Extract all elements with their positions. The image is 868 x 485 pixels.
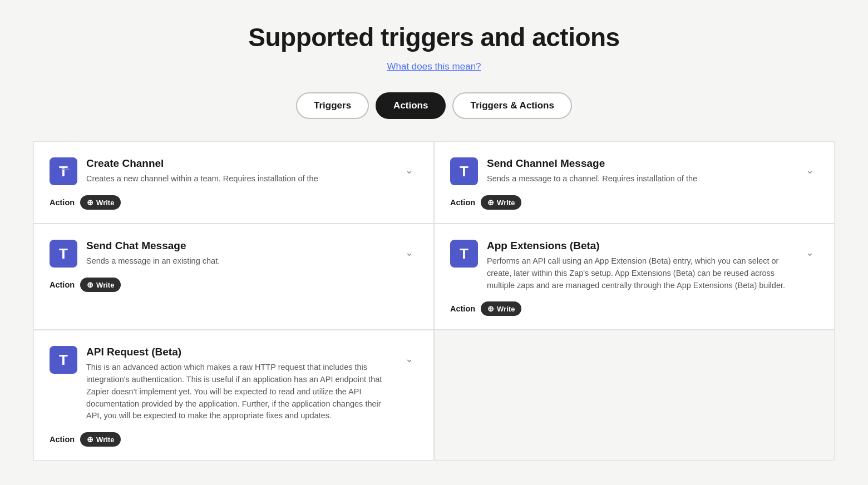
- write-badge: ⊕ Write: [80, 432, 121, 447]
- badge-label: Write: [96, 435, 114, 444]
- tabs-row: Triggers Actions Triggers & Actions: [33, 92, 835, 119]
- card-content: Create Channel Creates a new channel wit…: [86, 157, 392, 185]
- card-title: Send Chat Message: [86, 240, 392, 252]
- teams-icon: T: [50, 157, 77, 185]
- teams-icon: T: [50, 346, 77, 374]
- footer-label: Action: [50, 435, 75, 444]
- svg-text:T: T: [59, 163, 68, 180]
- write-badge: ⊕ Write: [481, 195, 521, 210]
- card-header: T App Extensions (Beta) Performs an API …: [435, 224, 834, 301]
- svg-text:T: T: [59, 245, 68, 262]
- chevron-down-icon[interactable]: ⌄: [801, 160, 818, 181]
- plus-circle-icon: ⊕: [87, 280, 93, 289]
- card-title: Create Channel: [86, 157, 392, 170]
- footer-label: Action: [450, 304, 475, 313]
- card-header: T API Request (Beta) This is an advanced…: [34, 330, 433, 432]
- svg-text:T: T: [460, 245, 468, 262]
- card-footer: Action ⊕ Write: [34, 195, 433, 223]
- card-desc: Sends a message to a channel. Requires i…: [487, 173, 792, 185]
- card-footer: Action ⊕ Write: [435, 195, 834, 223]
- footer-label: Action: [450, 198, 475, 207]
- chevron-down-icon[interactable]: ⌄: [401, 348, 418, 369]
- card-empty: [434, 330, 835, 461]
- card-footer: Action ⊕ Write: [34, 278, 433, 305]
- chevron-down-icon[interactable]: ⌄: [801, 242, 818, 263]
- card-create-channel: T Create Channel Creates a new channel w…: [33, 141, 434, 224]
- tab-triggers[interactable]: Triggers: [296, 92, 369, 119]
- card-title: Send Channel Message: [487, 157, 792, 170]
- card-title: App Extensions (Beta): [487, 240, 792, 252]
- write-badge: ⊕ Write: [80, 195, 121, 210]
- plus-circle-icon: ⊕: [487, 198, 494, 207]
- card-app-extensions: T App Extensions (Beta) Performs an API …: [434, 224, 835, 330]
- svg-text:T: T: [59, 352, 68, 368]
- badge-label: Write: [497, 199, 515, 207]
- badge-label: Write: [96, 281, 114, 289]
- card-header: T Create Channel Creates a new channel w…: [34, 142, 433, 195]
- card-content: API Request (Beta) This is an advanced a…: [86, 346, 392, 422]
- card-content: App Extensions (Beta) Performs an API ca…: [487, 240, 792, 291]
- card-footer: Action ⊕ Write: [34, 432, 433, 460]
- teams-icon: T: [50, 240, 77, 268]
- page-title: Supported triggers and actions: [33, 22, 835, 52]
- card-header: T Send Channel Message Sends a message t…: [435, 142, 834, 195]
- write-badge: ⊕ Write: [481, 301, 521, 316]
- card-desc: Performs an API call using an App Extens…: [487, 255, 792, 291]
- plus-circle-icon: ⊕: [487, 304, 494, 313]
- chevron-down-icon[interactable]: ⌄: [401, 160, 418, 181]
- plus-circle-icon: ⊕: [87, 198, 93, 207]
- svg-text:T: T: [460, 163, 468, 180]
- card-desc: This is an advanced action which makes a…: [86, 362, 392, 422]
- svg-rect-2: [61, 169, 70, 170]
- footer-label: Action: [50, 198, 75, 207]
- card-title: API Request (Beta): [86, 346, 392, 358]
- card-desc: Sends a message in an existing chat.: [86, 255, 392, 268]
- tab-triggers-actions[interactable]: Triggers & Actions: [452, 92, 572, 119]
- card-send-channel-message: T Send Channel Message Sends a message t…: [434, 141, 835, 224]
- card-desc: Creates a new channel within a team. Req…: [86, 173, 392, 185]
- card-send-chat-message: T Send Chat Message Sends a message in a…: [33, 224, 434, 330]
- card-header: T Send Chat Message Sends a message in a…: [34, 224, 433, 278]
- write-badge: ⊕ Write: [80, 278, 121, 292]
- help-link[interactable]: What does this mean?: [33, 61, 835, 72]
- tab-actions[interactable]: Actions: [376, 92, 446, 119]
- cards-grid: T Create Channel Creates a new channel w…: [33, 141, 835, 461]
- teams-icon: T: [450, 157, 478, 185]
- card-content: Send Chat Message Sends a message in an …: [86, 240, 392, 268]
- footer-label: Action: [50, 280, 75, 289]
- card-api-request: T API Request (Beta) This is an advanced…: [33, 330, 434, 461]
- badge-label: Write: [497, 305, 515, 313]
- card-footer: Action ⊕ Write: [435, 301, 834, 329]
- chevron-down-icon[interactable]: ⌄: [401, 242, 418, 263]
- plus-circle-icon: ⊕: [87, 435, 93, 444]
- badge-label: Write: [96, 199, 114, 207]
- card-content: Send Channel Message Sends a message to …: [487, 157, 792, 185]
- teams-icon: T: [450, 240, 478, 268]
